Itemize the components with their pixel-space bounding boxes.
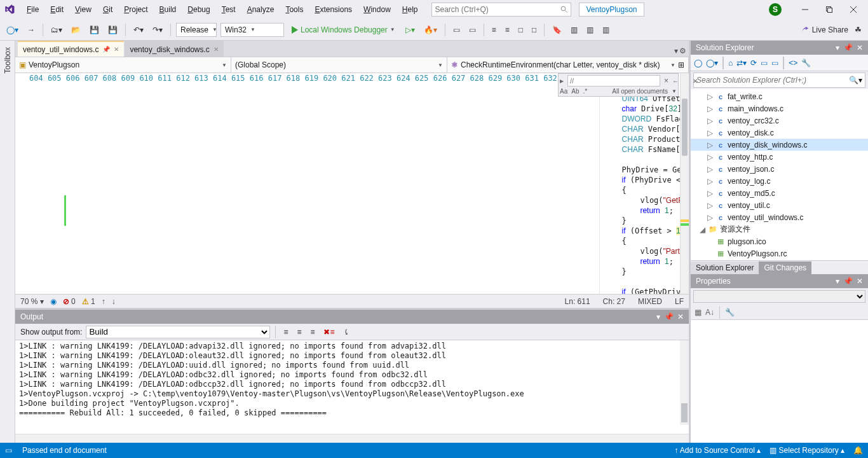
output-close-icon[interactable]: ✕ xyxy=(677,312,684,321)
save-all-icon[interactable]: 💾 xyxy=(105,24,120,36)
menu-project[interactable]: Project xyxy=(119,3,153,17)
bookmark-icon[interactable]: 🔖 xyxy=(550,24,564,36)
back-nav-icon[interactable]: ◯▾ xyxy=(4,24,21,36)
expand-find-icon[interactable]: ▸ xyxy=(560,76,564,85)
indent-icon[interactable]: ≡ xyxy=(489,24,499,36)
output-wrap-icon[interactable]: ⤹ xyxy=(341,326,352,338)
comment-icon[interactable]: □ xyxy=(516,24,526,36)
props-pages-icon[interactable]: 🔧 xyxy=(725,308,735,317)
tree-file[interactable]: ▷cventoy_disk_windows.c xyxy=(691,139,868,151)
close-tab-icon[interactable]: ✕ xyxy=(114,46,119,53)
chevron-right-icon[interactable]: ▷ xyxy=(707,213,714,222)
props-autohide-icon[interactable]: ▾ xyxy=(836,277,839,286)
solution-tree[interactable]: ▷cfat_write.c▷cmain_windows.c▷cventoy_cr… xyxy=(691,89,868,260)
output-hscrollbar[interactable] xyxy=(15,434,689,443)
menu-edit[interactable]: Edit xyxy=(45,3,69,17)
sol-props-icon[interactable]: 🔧 xyxy=(801,58,811,68)
undo-icon[interactable]: ↶▾ xyxy=(131,24,146,36)
sol-back-icon[interactable]: ◯ xyxy=(693,58,703,68)
tree-file[interactable]: ▷cventoy_md5.c xyxy=(691,187,868,199)
minimize-button[interactable] xyxy=(794,1,816,18)
whole-word-icon[interactable]: Ab xyxy=(571,88,579,95)
run-without-debug-icon[interactable]: ▷▾ xyxy=(403,24,417,36)
hot-reload-icon[interactable]: 🔥▾ xyxy=(421,24,440,36)
regex-icon[interactable]: .* xyxy=(583,88,587,95)
tab-git-changes[interactable]: Git Changes xyxy=(759,261,811,274)
open-file-icon[interactable]: 📂 xyxy=(69,24,83,36)
output-autohide-icon[interactable]: ▾ xyxy=(656,312,660,321)
sol-switch-icon[interactable]: ⇄▾ xyxy=(736,58,747,68)
find-prev-icon[interactable]: ← xyxy=(672,78,679,85)
tree-file[interactable]: ▷cventoy_json.c xyxy=(691,163,868,175)
chevron-right-icon[interactable]: ▷ xyxy=(707,201,714,210)
mini-find-input[interactable] xyxy=(567,75,660,87)
errors-indicator[interactable]: ⊘ 0 xyxy=(63,297,76,306)
tree-file[interactable]: ▷cventoy_disk.c xyxy=(691,127,868,139)
doc-tab[interactable]: ventoy_disk_windows.c✕ xyxy=(125,41,223,57)
issues-icon[interactable]: ◉ xyxy=(50,297,57,306)
menu-file[interactable]: File xyxy=(22,3,44,17)
output-body[interactable]: 1>LINK : warning LNK4199: /DELAYLOAD:adv… xyxy=(15,340,689,434)
props-categorized-icon[interactable]: ▦ xyxy=(695,308,702,317)
chevron-right-icon[interactable]: ▷ xyxy=(707,141,714,149)
find-close-icon[interactable]: × xyxy=(664,76,668,85)
chevron-right-icon[interactable]: ▷ xyxy=(707,116,714,125)
menu-extensions[interactable]: Extensions xyxy=(309,3,357,17)
menu-view[interactable]: View xyxy=(70,3,97,17)
doc-tab[interactable]: ventoy_util_windows.c📌✕ xyxy=(18,41,124,57)
chevron-right-icon[interactable]: ▷ xyxy=(707,189,714,198)
find-close2-icon[interactable]: ✕ xyxy=(693,78,698,85)
solution-search[interactable]: 🔍▾ xyxy=(693,73,865,88)
sol-pin-icon[interactable]: 📌 xyxy=(843,43,853,52)
chevron-right-icon[interactable]: ▷ xyxy=(707,128,714,137)
sol-show-all-icon[interactable]: ▭ xyxy=(771,58,779,68)
props-pin-icon[interactable]: 📌 xyxy=(843,277,853,286)
sol-collapse-icon[interactable]: ▭ xyxy=(760,58,768,68)
match-case-icon[interactable]: Aa xyxy=(560,88,567,95)
user-badge[interactable]: S xyxy=(769,3,782,16)
tree-file[interactable]: ▷cventoy_util.c xyxy=(691,199,868,211)
sol-code-icon[interactable]: <> xyxy=(788,58,798,68)
context-function-dropdown[interactable]: ⚛CheckRuntimeEnvironment(char Letter, ve… xyxy=(447,57,689,73)
step-tool2-icon[interactable]: ▭ xyxy=(466,24,478,36)
maximize-button[interactable] xyxy=(818,1,840,18)
tab-overflow-icon[interactable]: ▾ xyxy=(674,46,678,55)
live-share-button[interactable]: Live Share xyxy=(801,25,848,34)
output-next-icon[interactable]: ≡ xyxy=(308,326,317,338)
tree-file[interactable]: ▷cventoy_http.c xyxy=(691,151,868,163)
props-alpha-icon[interactable]: A↓ xyxy=(705,308,714,317)
uncomment-icon[interactable]: □ xyxy=(529,24,539,36)
tree-file[interactable]: ▷cfat_write.c xyxy=(691,90,868,102)
outdent-icon[interactable]: ≡ xyxy=(503,24,512,36)
solution-name[interactable]: VentoyPlugson xyxy=(579,3,644,17)
code-editor[interactable]: { int PhyDrive; UINT64 Offset = 0; char … xyxy=(600,73,680,294)
chevron-right-icon[interactable]: ▷ xyxy=(707,177,714,186)
line-endings[interactable]: MIXED xyxy=(638,297,662,306)
menu-help[interactable]: Help xyxy=(397,3,423,17)
chevron-right-icon[interactable]: ▷ xyxy=(707,165,714,174)
tab-solution-explorer[interactable]: Solution Explorer xyxy=(691,261,759,274)
menu-window[interactable]: Window xyxy=(358,3,396,17)
sol-close-icon[interactable]: ✕ xyxy=(857,43,863,52)
nav-next-icon[interactable]: ↓ xyxy=(112,297,116,306)
tree-file[interactable]: ▷cmain_windows.c xyxy=(691,102,868,114)
bookmark-next-icon[interactable]: ▥ xyxy=(584,24,596,36)
platform-dropdown[interactable]: Win32▼ xyxy=(220,23,284,37)
tree-file[interactable]: ▦VentoyPlugson.rc xyxy=(691,247,868,260)
feedback-icon[interactable]: ☘ xyxy=(852,24,864,36)
close-tab-icon[interactable]: ✕ xyxy=(214,46,219,53)
menu-git[interactable]: Git xyxy=(98,3,118,17)
run-button[interactable]: Local Windows Debugger ▼ xyxy=(288,24,399,36)
menu-tools[interactable]: Tools xyxy=(280,3,308,17)
sol-home-icon[interactable]: ⌂ xyxy=(728,58,733,68)
output-pin-icon[interactable]: 📌 xyxy=(664,312,674,321)
tree-folder[interactable]: ◢📁资源文件 xyxy=(691,223,868,235)
config-dropdown[interactable]: Release▼ xyxy=(176,23,217,37)
menu-analyze[interactable]: Analyze xyxy=(242,3,280,17)
bookmark-prev-icon[interactable]: ▥ xyxy=(568,24,580,36)
chevron-right-icon[interactable]: ▷ xyxy=(707,153,714,162)
encoding[interactable]: LF xyxy=(675,297,684,306)
title-search[interactable] xyxy=(431,3,571,17)
menu-debug[interactable]: Debug xyxy=(182,3,215,17)
chevron-right-icon[interactable]: ▷ xyxy=(707,104,714,113)
